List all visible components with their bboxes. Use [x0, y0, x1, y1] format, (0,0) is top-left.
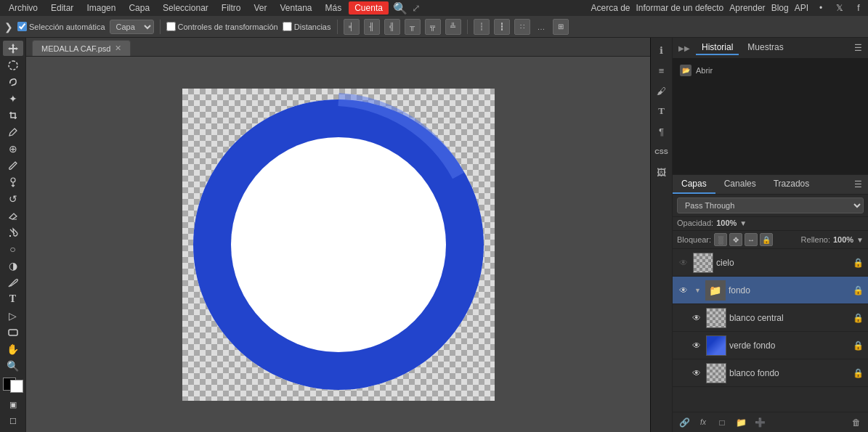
move-tool[interactable] [3, 41, 23, 56]
blur-tool[interactable]: ○ [3, 241, 23, 256]
canvas-viewport[interactable] [26, 57, 650, 432]
layer-visibility-blanco-central[interactable]: 👁 [690, 311, 703, 325]
delete-layer-btn[interactable]: 🗑 [849, 415, 864, 430]
transform-controls-label[interactable]: Controles de transformación [166, 22, 278, 31]
mask-btn[interactable]: □ [715, 415, 729, 430]
menu-imagen[interactable]: Imagen [81, 1, 121, 15]
transform-controls-checkbox[interactable] [166, 22, 176, 31]
auto-select-label[interactable]: Selección automática [17, 22, 105, 31]
lock-artboards-btn[interactable]: ↔ [745, 233, 758, 246]
fill-arrow[interactable]: ▼ [856, 236, 864, 244]
twitter-icon[interactable]: 𝕏 [833, 1, 846, 15]
path-selection-tool[interactable]: ▷ [3, 308, 23, 323]
css-panel-icon[interactable]: CSS [652, 142, 671, 161]
zoom-tool[interactable]: 🔍 [3, 358, 23, 373]
layers-tab-canales[interactable]: Canales [715, 175, 765, 194]
lock-pixels-btn[interactable]: ░ [714, 233, 727, 246]
menu-ver[interactable]: Ver [248, 1, 272, 15]
layer-visibility-fondo[interactable]: 👁 [677, 284, 690, 297]
distribute-space-btn[interactable]: ∷ [514, 19, 530, 35]
layer-blanco-central[interactable]: 👁 blanco central 🔒 [673, 304, 868, 332]
color-swatch[interactable] [3, 378, 23, 393]
distribute-h-btn[interactable]: ┆ [474, 19, 490, 35]
opacity-value[interactable]: 100% [716, 219, 737, 227]
menu-capa[interactable]: Capa [123, 1, 155, 15]
menu-aprender[interactable]: Aprender [729, 3, 765, 13]
menu-blog[interactable]: Blog [771, 3, 789, 13]
history-brush-tool[interactable]: ↺ [3, 191, 23, 206]
brush-panel-icon[interactable]: 🖌 [652, 81, 671, 100]
group-expand-arrow[interactable]: ▼ [694, 287, 701, 294]
menu-seleccionar[interactable]: Seleccionar [157, 1, 214, 15]
history-item-open[interactable]: 📂 Abrir [677, 62, 864, 78]
image-panel-icon[interactable]: 🖼 [652, 163, 671, 182]
align-middle-btn[interactable]: ╦ [425, 19, 441, 35]
link-layers-btn[interactable]: 🔗 [677, 415, 691, 430]
history-menu-icon[interactable]: ☰ [854, 43, 862, 53]
menu-informar[interactable]: Informar de un defecto [636, 3, 724, 13]
layer-visibility-cielo[interactable]: 👁 [677, 256, 690, 269]
distances-checkbox[interactable] [283, 22, 292, 31]
lock-all-btn[interactable]: 🔒 [760, 233, 773, 246]
distribute-v-btn[interactable]: ┇ [494, 19, 510, 35]
layers-tab-capas[interactable]: Capas [673, 175, 715, 194]
menu-mas[interactable]: Más [320, 1, 348, 15]
menu-cuenta[interactable]: Cuenta [349, 1, 389, 15]
document-tab-close[interactable]: ✕ [115, 44, 121, 53]
facebook-icon[interactable]: f [852, 1, 865, 15]
layer-cielo[interactable]: 👁 cielo 🔒 [673, 249, 868, 277]
align-left-btn[interactable]: ╡ [344, 19, 360, 35]
healing-tool[interactable]: ⊕ [3, 141, 23, 156]
layers-menu-icon[interactable]: ☰ [848, 179, 868, 189]
hand-tool[interactable]: ✋ [3, 341, 23, 356]
paragraph-panel-icon[interactable]: ¶ [652, 122, 671, 141]
menu-api[interactable]: API [795, 3, 808, 13]
align-center-btn[interactable]: ╢ [364, 19, 380, 35]
menu-editar[interactable]: Editar [45, 1, 79, 15]
opacity-arrow[interactable]: ▼ [739, 219, 747, 227]
layer-fondo-group[interactable]: 👁 ▼ 📁 fondo 🔒 [673, 277, 868, 304]
clone-stamp-tool[interactable] [3, 174, 23, 189]
pen-tool[interactable] [3, 274, 23, 290]
marquee-tool[interactable] [3, 57, 23, 73]
lasso-tool[interactable] [3, 74, 23, 89]
fill-value[interactable]: 100% [833, 235, 853, 244]
magic-wand-tool[interactable]: ✦ [3, 91, 23, 106]
grid-btn[interactable]: ⊞ [553, 19, 569, 35]
distances-label[interactable]: Distancias [283, 22, 331, 31]
align-right-btn[interactable]: ╣ [384, 19, 400, 35]
layer-visibility-blanco-fondo[interactable]: 👁 [690, 367, 703, 380]
layers-tab-trazados[interactable]: Trazados [765, 175, 819, 194]
document-tab[interactable]: MEDALLA CAF.psd ✕ [32, 40, 131, 56]
menu-ventana[interactable]: Ventana [274, 1, 317, 15]
crop-tool[interactable] [3, 107, 23, 123]
menu-archivo[interactable]: Archivo [3, 1, 44, 15]
align-bottom-btn[interactable]: ╩ [445, 19, 461, 35]
align-top-btn[interactable]: ╥ [405, 19, 421, 35]
new-group-btn[interactable]: 📁 [734, 415, 748, 430]
menu-filtro[interactable]: Filtro [216, 1, 247, 15]
reddit-icon[interactable]: • [814, 1, 827, 15]
fx-btn[interactable]: fx [696, 415, 710, 430]
lock-position-btn[interactable]: ✥ [729, 233, 742, 246]
layers-list[interactable]: 👁 cielo 🔒 👁 ▼ 📁 fondo 🔒 [673, 249, 868, 412]
menu-acerca[interactable]: Acerca de [591, 3, 630, 13]
type-tool[interactable]: T [3, 291, 23, 306]
eyedropper-tool[interactable] [3, 124, 23, 139]
quick-mask-tool[interactable]: ▣ [3, 397, 23, 412]
sliders-icon[interactable]: ≡ [652, 61, 671, 80]
history-tab[interactable]: Historial [696, 41, 739, 55]
auto-select-checkbox[interactable] [17, 22, 27, 31]
layer-blanco-fondo[interactable]: 👁 blanco fondo 🔒 [673, 359, 868, 387]
eraser-tool[interactable] [3, 208, 23, 223]
layer-verde-fondo[interactable]: 👁 verde fondo 🔒 [673, 332, 868, 359]
text-panel-icon[interactable]: T [652, 102, 671, 121]
background-color[interactable] [10, 380, 23, 393]
layer-visibility-verde-fondo[interactable]: 👁 [690, 339, 703, 352]
samples-tab[interactable]: Muestras [742, 41, 789, 55]
new-layer-btn[interactable]: ➕ [753, 415, 767, 430]
screen-mode-tool[interactable]: ☐ [3, 414, 23, 429]
layer-mode-select[interactable]: Capa Grupo [110, 20, 154, 34]
brush-tool[interactable] [3, 158, 23, 173]
rectangle-tool[interactable] [3, 325, 23, 340]
